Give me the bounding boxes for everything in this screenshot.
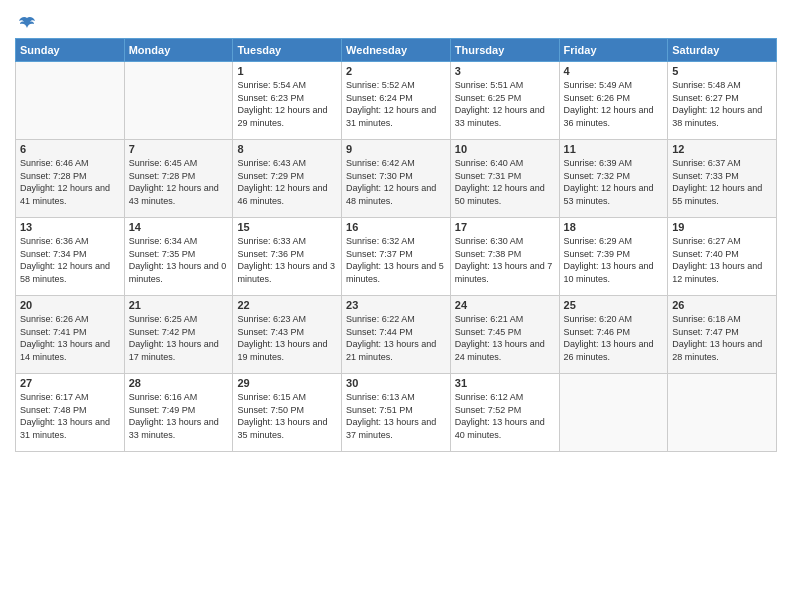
cell-info: Sunrise: 6:17 AMSunset: 7:48 PMDaylight:…	[20, 391, 120, 441]
day-cell: 12Sunrise: 6:37 AMSunset: 7:33 PMDayligh…	[668, 140, 777, 218]
day-cell: 4Sunrise: 5:49 AMSunset: 6:26 PMDaylight…	[559, 62, 668, 140]
cell-info: Sunrise: 6:29 AMSunset: 7:39 PMDaylight:…	[564, 235, 664, 285]
day-cell: 21Sunrise: 6:25 AMSunset: 7:42 PMDayligh…	[124, 296, 233, 374]
day-cell	[124, 62, 233, 140]
cell-info: Sunrise: 6:15 AMSunset: 7:50 PMDaylight:…	[237, 391, 337, 441]
day-number: 16	[346, 221, 446, 233]
cell-info: Sunrise: 6:37 AMSunset: 7:33 PMDaylight:…	[672, 157, 772, 207]
day-cell: 18Sunrise: 6:29 AMSunset: 7:39 PMDayligh…	[559, 218, 668, 296]
day-number: 27	[20, 377, 120, 389]
cell-info: Sunrise: 6:21 AMSunset: 7:45 PMDaylight:…	[455, 313, 555, 363]
day-cell: 10Sunrise: 6:40 AMSunset: 7:31 PMDayligh…	[450, 140, 559, 218]
day-cell: 24Sunrise: 6:21 AMSunset: 7:45 PMDayligh…	[450, 296, 559, 374]
week-row-4: 20Sunrise: 6:26 AMSunset: 7:41 PMDayligh…	[16, 296, 777, 374]
day-number: 21	[129, 299, 229, 311]
cell-info: Sunrise: 5:54 AMSunset: 6:23 PMDaylight:…	[237, 79, 337, 129]
day-cell: 11Sunrise: 6:39 AMSunset: 7:32 PMDayligh…	[559, 140, 668, 218]
day-cell	[16, 62, 125, 140]
cell-info: Sunrise: 6:22 AMSunset: 7:44 PMDaylight:…	[346, 313, 446, 363]
cell-info: Sunrise: 5:52 AMSunset: 6:24 PMDaylight:…	[346, 79, 446, 129]
cell-info: Sunrise: 6:23 AMSunset: 7:43 PMDaylight:…	[237, 313, 337, 363]
day-cell: 22Sunrise: 6:23 AMSunset: 7:43 PMDayligh…	[233, 296, 342, 374]
day-cell: 29Sunrise: 6:15 AMSunset: 7:50 PMDayligh…	[233, 374, 342, 452]
cell-info: Sunrise: 6:43 AMSunset: 7:29 PMDaylight:…	[237, 157, 337, 207]
day-number: 22	[237, 299, 337, 311]
day-number: 4	[564, 65, 664, 77]
cell-info: Sunrise: 6:40 AMSunset: 7:31 PMDaylight:…	[455, 157, 555, 207]
day-number: 13	[20, 221, 120, 233]
day-cell: 30Sunrise: 6:13 AMSunset: 7:51 PMDayligh…	[342, 374, 451, 452]
day-number: 1	[237, 65, 337, 77]
day-number: 26	[672, 299, 772, 311]
day-number: 11	[564, 143, 664, 155]
day-cell: 20Sunrise: 6:26 AMSunset: 7:41 PMDayligh…	[16, 296, 125, 374]
col-header-sunday: Sunday	[16, 39, 125, 62]
cell-info: Sunrise: 6:45 AMSunset: 7:28 PMDaylight:…	[129, 157, 229, 207]
logo-general-line	[15, 14, 36, 32]
cell-info: Sunrise: 6:25 AMSunset: 7:42 PMDaylight:…	[129, 313, 229, 363]
cell-info: Sunrise: 5:51 AMSunset: 6:25 PMDaylight:…	[455, 79, 555, 129]
header-row: SundayMondayTuesdayWednesdayThursdayFrid…	[16, 39, 777, 62]
col-header-saturday: Saturday	[668, 39, 777, 62]
cell-info: Sunrise: 5:48 AMSunset: 6:27 PMDaylight:…	[672, 79, 772, 129]
day-cell: 8Sunrise: 6:43 AMSunset: 7:29 PMDaylight…	[233, 140, 342, 218]
week-row-3: 13Sunrise: 6:36 AMSunset: 7:34 PMDayligh…	[16, 218, 777, 296]
cell-info: Sunrise: 6:30 AMSunset: 7:38 PMDaylight:…	[455, 235, 555, 285]
day-cell: 5Sunrise: 5:48 AMSunset: 6:27 PMDaylight…	[668, 62, 777, 140]
day-cell: 15Sunrise: 6:33 AMSunset: 7:36 PMDayligh…	[233, 218, 342, 296]
cell-info: Sunrise: 5:49 AMSunset: 6:26 PMDaylight:…	[564, 79, 664, 129]
day-cell: 26Sunrise: 6:18 AMSunset: 7:47 PMDayligh…	[668, 296, 777, 374]
cell-info: Sunrise: 6:12 AMSunset: 7:52 PMDaylight:…	[455, 391, 555, 441]
day-number: 5	[672, 65, 772, 77]
day-number: 7	[129, 143, 229, 155]
day-number: 19	[672, 221, 772, 233]
cell-info: Sunrise: 6:16 AMSunset: 7:49 PMDaylight:…	[129, 391, 229, 441]
day-number: 29	[237, 377, 337, 389]
day-number: 24	[455, 299, 555, 311]
cell-info: Sunrise: 6:26 AMSunset: 7:41 PMDaylight:…	[20, 313, 120, 363]
day-cell	[559, 374, 668, 452]
day-number: 18	[564, 221, 664, 233]
cell-info: Sunrise: 6:27 AMSunset: 7:40 PMDaylight:…	[672, 235, 772, 285]
day-number: 31	[455, 377, 555, 389]
day-cell: 17Sunrise: 6:30 AMSunset: 7:38 PMDayligh…	[450, 218, 559, 296]
day-cell: 3Sunrise: 5:51 AMSunset: 6:25 PMDaylight…	[450, 62, 559, 140]
cell-info: Sunrise: 6:39 AMSunset: 7:32 PMDaylight:…	[564, 157, 664, 207]
day-cell	[668, 374, 777, 452]
day-number: 2	[346, 65, 446, 77]
logo	[15, 14, 36, 32]
day-cell: 6Sunrise: 6:46 AMSunset: 7:28 PMDaylight…	[16, 140, 125, 218]
day-cell: 27Sunrise: 6:17 AMSunset: 7:48 PMDayligh…	[16, 374, 125, 452]
cell-info: Sunrise: 6:46 AMSunset: 7:28 PMDaylight:…	[20, 157, 120, 207]
day-cell: 2Sunrise: 5:52 AMSunset: 6:24 PMDaylight…	[342, 62, 451, 140]
day-number: 14	[129, 221, 229, 233]
day-number: 30	[346, 377, 446, 389]
cell-info: Sunrise: 6:13 AMSunset: 7:51 PMDaylight:…	[346, 391, 446, 441]
day-number: 8	[237, 143, 337, 155]
day-cell: 1Sunrise: 5:54 AMSunset: 6:23 PMDaylight…	[233, 62, 342, 140]
day-cell: 7Sunrise: 6:45 AMSunset: 7:28 PMDaylight…	[124, 140, 233, 218]
day-number: 3	[455, 65, 555, 77]
logo-bird-icon	[18, 14, 36, 32]
day-cell: 19Sunrise: 6:27 AMSunset: 7:40 PMDayligh…	[668, 218, 777, 296]
day-number: 10	[455, 143, 555, 155]
day-number: 15	[237, 221, 337, 233]
week-row-5: 27Sunrise: 6:17 AMSunset: 7:48 PMDayligh…	[16, 374, 777, 452]
day-number: 6	[20, 143, 120, 155]
day-cell: 16Sunrise: 6:32 AMSunset: 7:37 PMDayligh…	[342, 218, 451, 296]
day-number: 20	[20, 299, 120, 311]
page: SundayMondayTuesdayWednesdayThursdayFrid…	[0, 0, 792, 612]
col-header-wednesday: Wednesday	[342, 39, 451, 62]
day-number: 28	[129, 377, 229, 389]
cell-info: Sunrise: 6:34 AMSunset: 7:35 PMDaylight:…	[129, 235, 229, 285]
col-header-thursday: Thursday	[450, 39, 559, 62]
col-header-monday: Monday	[124, 39, 233, 62]
week-row-1: 1Sunrise: 5:54 AMSunset: 6:23 PMDaylight…	[16, 62, 777, 140]
day-cell: 9Sunrise: 6:42 AMSunset: 7:30 PMDaylight…	[342, 140, 451, 218]
day-number: 12	[672, 143, 772, 155]
cell-info: Sunrise: 6:18 AMSunset: 7:47 PMDaylight:…	[672, 313, 772, 363]
day-cell: 31Sunrise: 6:12 AMSunset: 7:52 PMDayligh…	[450, 374, 559, 452]
header	[15, 10, 777, 32]
day-number: 17	[455, 221, 555, 233]
calendar-table: SundayMondayTuesdayWednesdayThursdayFrid…	[15, 38, 777, 452]
